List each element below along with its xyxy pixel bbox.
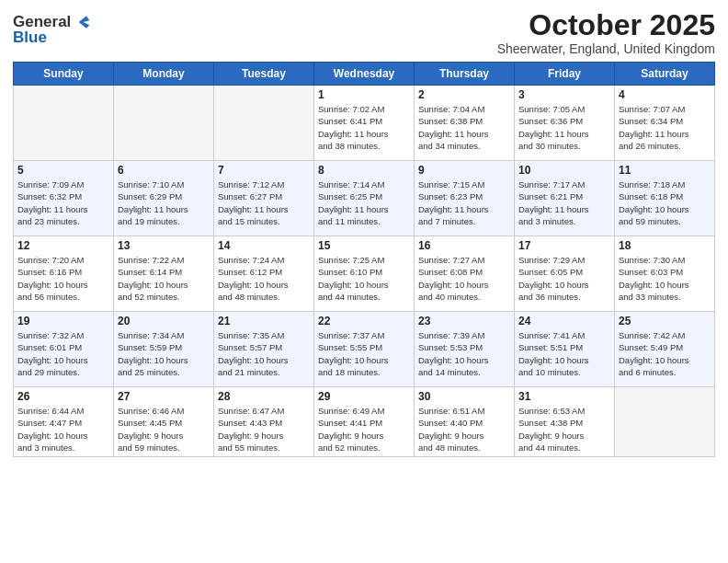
table-row: 2Sunrise: 7:04 AM Sunset: 6:38 PM Daylig… (415, 86, 515, 161)
table-row: 8Sunrise: 7:14 AM Sunset: 6:25 PM Daylig… (314, 161, 415, 236)
day-info: Sunrise: 6:46 AM Sunset: 4:45 PM Dayligh… (118, 405, 210, 454)
day-number: 31 (518, 390, 610, 403)
day-info: Sunrise: 6:53 AM Sunset: 4:38 PM Dayligh… (518, 405, 610, 454)
table-row: 16Sunrise: 7:27 AM Sunset: 6:08 PM Dayli… (415, 236, 515, 312)
day-number: 9 (418, 164, 510, 177)
day-info: Sunrise: 7:39 AM Sunset: 5:53 PM Dayligh… (418, 329, 510, 378)
table-row: 3Sunrise: 7:05 AM Sunset: 6:36 PM Daylig… (515, 86, 615, 161)
table-row: 20Sunrise: 7:34 AM Sunset: 5:59 PM Dayli… (114, 312, 214, 387)
day-number: 19 (17, 315, 109, 327)
page-subtitle: Sheerwater, England, United Kingdom (497, 41, 715, 56)
table-row: 4Sunrise: 7:07 AM Sunset: 6:34 PM Daylig… (615, 86, 715, 161)
day-info: Sunrise: 7:17 AM Sunset: 6:21 PM Dayligh… (518, 178, 610, 227)
table-row: 7Sunrise: 7:12 AM Sunset: 6:27 PM Daylig… (214, 161, 314, 236)
day-info: Sunrise: 7:27 AM Sunset: 6:08 PM Dayligh… (418, 254, 510, 303)
table-row (615, 387, 715, 457)
day-number: 26 (17, 390, 109, 403)
day-number: 28 (218, 390, 310, 403)
day-number: 12 (17, 239, 109, 252)
table-row: 28Sunrise: 6:47 AM Sunset: 4:43 PM Dayli… (214, 387, 314, 457)
calendar-header-row: Sunday Monday Tuesday Wednesday Thursday… (14, 63, 715, 86)
table-row (214, 86, 314, 161)
day-number: 7 (218, 164, 310, 177)
table-row: 9Sunrise: 7:15 AM Sunset: 6:23 PM Daylig… (415, 161, 515, 236)
day-info: Sunrise: 6:51 AM Sunset: 4:40 PM Dayligh… (418, 405, 510, 454)
logo-bird-icon (73, 13, 91, 31)
day-number: 6 (118, 164, 210, 177)
day-info: Sunrise: 7:34 AM Sunset: 5:59 PM Dayligh… (118, 329, 210, 378)
day-number: 24 (518, 315, 610, 327)
table-row (114, 86, 214, 161)
table-row: 31Sunrise: 6:53 AM Sunset: 4:38 PM Dayli… (515, 387, 615, 457)
day-info: Sunrise: 7:18 AM Sunset: 6:18 PM Dayligh… (619, 178, 711, 227)
table-row (14, 86, 114, 161)
day-info: Sunrise: 7:04 AM Sunset: 6:38 PM Dayligh… (418, 103, 510, 152)
day-info: Sunrise: 6:47 AM Sunset: 4:43 PM Dayligh… (218, 405, 310, 454)
day-number: 22 (318, 315, 410, 327)
day-number: 23 (418, 315, 510, 327)
page-header: General Blue October 2025 Sheerwater, En… (13, 9, 715, 56)
logo: General Blue (13, 13, 91, 47)
table-row: 25Sunrise: 7:42 AM Sunset: 5:49 PM Dayli… (615, 312, 715, 387)
day-number: 5 (17, 164, 109, 177)
day-number: 16 (418, 239, 510, 252)
day-info: Sunrise: 6:44 AM Sunset: 4:47 PM Dayligh… (17, 405, 109, 454)
table-row: 17Sunrise: 7:29 AM Sunset: 6:05 PM Dayli… (515, 236, 615, 312)
day-info: Sunrise: 7:02 AM Sunset: 6:41 PM Dayligh… (318, 103, 410, 152)
table-row: 10Sunrise: 7:17 AM Sunset: 6:21 PM Dayli… (515, 161, 615, 236)
day-info: Sunrise: 7:22 AM Sunset: 6:14 PM Dayligh… (118, 254, 210, 303)
table-row: 23Sunrise: 7:39 AM Sunset: 5:53 PM Dayli… (415, 312, 515, 387)
table-row: 13Sunrise: 7:22 AM Sunset: 6:14 PM Dayli… (114, 236, 214, 312)
page-title: October 2025 (497, 9, 715, 41)
day-info: Sunrise: 7:41 AM Sunset: 5:51 PM Dayligh… (518, 329, 610, 378)
table-row: 24Sunrise: 7:41 AM Sunset: 5:51 PM Dayli… (515, 312, 615, 387)
table-row: 19Sunrise: 7:32 AM Sunset: 6:01 PM Dayli… (14, 312, 114, 387)
table-row: 30Sunrise: 6:51 AM Sunset: 4:40 PM Dayli… (415, 387, 515, 457)
table-row: 14Sunrise: 7:24 AM Sunset: 6:12 PM Dayli… (214, 236, 314, 312)
day-info: Sunrise: 7:32 AM Sunset: 6:01 PM Dayligh… (17, 329, 109, 378)
col-wednesday: Wednesday (314, 63, 415, 86)
table-row: 22Sunrise: 7:37 AM Sunset: 5:55 PM Dayli… (314, 312, 415, 387)
table-row: 15Sunrise: 7:25 AM Sunset: 6:10 PM Dayli… (314, 236, 415, 312)
day-info: Sunrise: 7:10 AM Sunset: 6:29 PM Dayligh… (118, 178, 210, 227)
col-tuesday: Tuesday (214, 63, 314, 86)
table-row: 26Sunrise: 6:44 AM Sunset: 4:47 PM Dayli… (14, 387, 114, 457)
day-info: Sunrise: 7:30 AM Sunset: 6:03 PM Dayligh… (619, 254, 711, 303)
col-monday: Monday (114, 63, 214, 86)
day-info: Sunrise: 7:15 AM Sunset: 6:23 PM Dayligh… (418, 178, 510, 227)
day-number: 11 (619, 164, 711, 177)
day-info: Sunrise: 7:29 AM Sunset: 6:05 PM Dayligh… (518, 254, 610, 303)
day-number: 20 (118, 315, 210, 327)
day-info: Sunrise: 7:05 AM Sunset: 6:36 PM Dayligh… (518, 103, 610, 152)
day-number: 4 (619, 88, 711, 101)
day-number: 25 (619, 315, 711, 327)
day-info: Sunrise: 7:24 AM Sunset: 6:12 PM Dayligh… (218, 254, 310, 303)
day-number: 29 (318, 390, 410, 403)
day-number: 2 (418, 88, 510, 101)
day-info: Sunrise: 7:12 AM Sunset: 6:27 PM Dayligh… (218, 178, 310, 227)
day-info: Sunrise: 7:20 AM Sunset: 6:16 PM Dayligh… (17, 254, 109, 303)
day-number: 30 (418, 390, 510, 403)
logo-blue-text: Blue (13, 29, 91, 47)
day-info: Sunrise: 7:35 AM Sunset: 5:57 PM Dayligh… (218, 329, 310, 378)
day-info: Sunrise: 7:07 AM Sunset: 6:34 PM Dayligh… (619, 103, 711, 152)
day-number: 21 (218, 315, 310, 327)
day-number: 15 (318, 239, 410, 252)
table-row: 5Sunrise: 7:09 AM Sunset: 6:32 PM Daylig… (14, 161, 114, 236)
day-number: 27 (118, 390, 210, 403)
day-number: 18 (619, 239, 711, 252)
table-row: 6Sunrise: 7:10 AM Sunset: 6:29 PM Daylig… (114, 161, 214, 236)
day-info: Sunrise: 7:09 AM Sunset: 6:32 PM Dayligh… (17, 178, 109, 227)
day-info: Sunrise: 7:37 AM Sunset: 5:55 PM Dayligh… (318, 329, 410, 378)
col-thursday: Thursday (415, 63, 515, 86)
day-info: Sunrise: 6:49 AM Sunset: 4:41 PM Dayligh… (318, 405, 410, 454)
day-number: 14 (218, 239, 310, 252)
day-number: 8 (318, 164, 410, 177)
table-row: 12Sunrise: 7:20 AM Sunset: 6:16 PM Dayli… (14, 236, 114, 312)
day-info: Sunrise: 7:25 AM Sunset: 6:10 PM Dayligh… (318, 254, 410, 303)
table-row: 11Sunrise: 7:18 AM Sunset: 6:18 PM Dayli… (615, 161, 715, 236)
day-number: 10 (518, 164, 610, 177)
day-number: 3 (518, 88, 610, 101)
day-number: 1 (318, 88, 410, 101)
title-block: October 2025 Sheerwater, England, United… (497, 9, 715, 56)
